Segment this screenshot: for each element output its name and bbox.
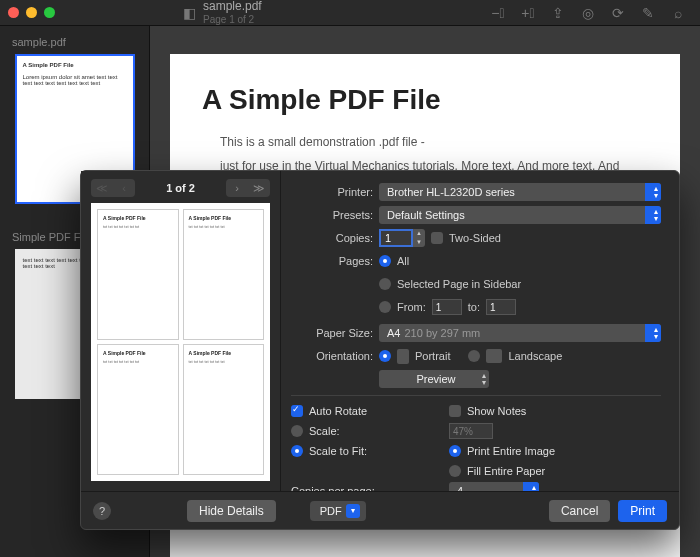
copies-label: Copies:	[291, 232, 373, 244]
highlight-icon[interactable]: ◎	[578, 3, 598, 23]
orientation-landscape-radio[interactable]	[468, 350, 480, 362]
document-page-indicator: Page 1 of 2	[203, 14, 262, 25]
scale-percent-input[interactable]	[449, 423, 493, 439]
preview-first-button[interactable]: ≪	[91, 179, 113, 197]
title-stack: sample.pdf Page 1 of 2	[203, 0, 262, 24]
pages-selected-radio[interactable]	[379, 278, 391, 290]
copies-input[interactable]	[379, 229, 413, 247]
fill-entire-paper-radio[interactable]	[449, 465, 461, 477]
paper-size-label: Paper Size:	[291, 327, 373, 339]
presets-select[interactable]: Default Settings▴▾	[379, 206, 661, 224]
preview-prev-button[interactable]: ‹	[113, 179, 135, 197]
printer-label: Printer:	[291, 186, 373, 198]
sidebar-doc1-title: sample.pdf	[12, 36, 137, 48]
document-title: sample.pdf	[203, 0, 262, 13]
print-options-pane: Printer: Brother HL-L2320D series▴▾ Pres…	[281, 171, 679, 491]
zoom-in-icon[interactable]: +⃝	[518, 3, 538, 23]
pdf-para-1: This is a small demonstration .pdf file …	[220, 134, 648, 150]
presets-label: Presets:	[291, 209, 373, 221]
pages-range-radio[interactable]	[379, 301, 391, 313]
hide-details-button[interactable]: Hide Details	[187, 500, 276, 522]
orientation-portrait-radio[interactable]	[379, 350, 391, 362]
search-icon[interactable]: ⌕	[668, 3, 688, 23]
printer-select[interactable]: Brother HL-L2320D series▴▾	[379, 183, 661, 201]
preview-mini-4: A Simple PDF Filetxt txt txt txt txt txt…	[183, 344, 265, 475]
landscape-icon	[486, 349, 502, 363]
pdf-dropdown-button[interactable]: PDF▾	[310, 501, 366, 521]
rotate-icon[interactable]: ⟳	[608, 3, 628, 23]
print-dialog: ≪ ‹ 1 of 2 › ≫ A Simple PDF Filetxt txt …	[80, 170, 680, 530]
portrait-icon	[397, 349, 409, 364]
scale-to-fit-radio[interactable]	[291, 445, 303, 457]
chevron-down-icon: ▾	[346, 504, 360, 518]
two-sided-checkbox[interactable]	[431, 232, 443, 244]
cancel-button[interactable]: Cancel	[549, 500, 610, 522]
preview-next-group: › ≫	[226, 179, 270, 197]
copies-stepper[interactable]: ▲▼	[379, 229, 425, 247]
auto-rotate-checkbox[interactable]	[291, 405, 303, 417]
preview-prev-group: ≪ ‹	[91, 179, 135, 197]
close-window-button[interactable]	[8, 7, 19, 18]
print-button[interactable]: Print	[618, 500, 667, 522]
traffic-lights	[8, 7, 55, 18]
preview-next-button[interactable]: ›	[226, 179, 248, 197]
pages-label: Pages:	[291, 255, 373, 267]
show-notes-checkbox[interactable]	[449, 405, 461, 417]
sidebar-toggle-icon[interactable]: ◧	[179, 3, 199, 23]
window-titlebar: ◧ sample.pdf Page 1 of 2 −⃝ +⃝ ⇪ ◎ ⟳ ✎ ⌕	[0, 0, 700, 26]
zoom-window-button[interactable]	[44, 7, 55, 18]
markup-icon[interactable]: ✎	[638, 3, 658, 23]
print-entire-image-radio[interactable]	[449, 445, 461, 457]
pages-to-input[interactable]	[486, 299, 516, 315]
orientation-label: Orientation:	[291, 350, 373, 362]
minimize-window-button[interactable]	[26, 7, 37, 18]
help-button[interactable]: ?	[93, 502, 111, 520]
preview-mini-2: A Simple PDF Filetxt txt txt txt txt txt…	[183, 209, 265, 340]
share-icon[interactable]: ⇪	[548, 3, 568, 23]
preview-sheet: A Simple PDF Filetxt txt txt txt txt txt…	[91, 203, 270, 481]
paper-size-select[interactable]: A4210 by 297 mm▴▾	[379, 324, 661, 342]
print-dialog-footer: ? Hide Details PDF▾ Cancel Print	[81, 491, 679, 529]
preview-last-button[interactable]: ≫	[248, 179, 270, 197]
scale-radio[interactable]	[291, 425, 303, 437]
copies-per-page-select[interactable]: 4▴▾	[449, 482, 539, 491]
two-sided-label: Two-Sided	[449, 232, 501, 244]
preview-mini-3: A Simple PDF Filetxt txt txt txt txt txt…	[97, 344, 179, 475]
preview-page-label: 1 of 2	[141, 182, 220, 194]
pages-all-radio[interactable]	[379, 255, 391, 267]
zoom-out-icon[interactable]: −⃝	[488, 3, 508, 23]
pdf-heading: A Simple PDF File	[202, 84, 648, 116]
preview-mini-1: A Simple PDF Filetxt txt txt txt txt txt…	[97, 209, 179, 340]
section-select[interactable]: Preview▴▾	[379, 370, 489, 388]
pages-from-input[interactable]	[432, 299, 462, 315]
print-preview-pane: ≪ ‹ 1 of 2 › ≫ A Simple PDF Filetxt txt …	[81, 171, 281, 491]
